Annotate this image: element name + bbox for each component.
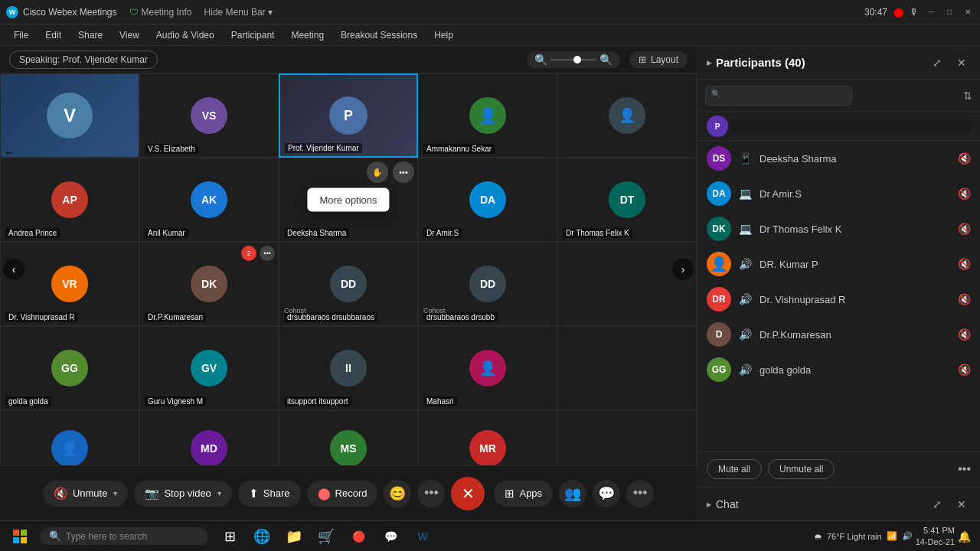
close-button[interactable]: ✕ [962,6,974,18]
close-panel-button[interactable]: ✕ [952,54,971,72]
device-icon-dramir: 💻 [739,187,752,200]
more-bottom-btn[interactable]: ••• [626,480,654,507]
list-item-drkumaresan[interactable]: D 🔊 Dr.P.Kumaresan 🔇 [697,317,980,352]
webex-logo-icon: W [6,6,18,18]
word-button[interactable]: W [407,523,438,550]
cell-action-buttons: ✋ ••• [367,161,414,183]
apps-label: Apps [519,487,542,499]
meeting-info-button[interactable]: 🛡 Meeting Info [129,7,192,18]
more-options-button[interactable]: ••• [393,161,414,183]
list-avatar-golda: GG [707,357,731,382]
apps-button[interactable]: ⊞ Apps [494,481,553,507]
nav-prev-button[interactable]: ‹ [3,259,24,280]
participant-count: (40) [785,56,805,69]
unmute-button[interactable]: 🔇 Unmute ▾ [43,481,129,507]
unmute-all-button[interactable]: Unmute all [768,459,835,479]
list-avatar-dramir: DA [707,181,731,206]
reactions-button[interactable]: 😊 [384,480,411,507]
titlebar-right: 30:47 ⬤ 🎙 ─ □ ✕ [864,6,974,18]
layout-button[interactable]: ⊞ Layout [629,51,688,68]
end-call-button[interactable]: ✕ [451,477,485,510]
list-item-drthomas[interactable]: DK 💻 Dr Thomas Felix K 🔇 [697,211,980,246]
taskbar-right: 🌧 76°F Light rain 📶 🔊 5:41 PM 14-Dec-21 … [814,525,974,547]
menu-participant[interactable]: Participant [224,27,283,44]
menu-help[interactable]: Help [426,27,461,44]
list-item-dramir[interactable]: DA 💻 Dr Amir.S 🔇 [697,176,980,211]
chat-btn[interactable]: 💬 [593,480,620,507]
zoom-slider[interactable] [550,59,596,60]
list-name-drthomas: Dr Thomas Felix K [760,223,950,235]
zoom-control[interactable]: 🔍 🔍 [527,51,620,68]
store-button[interactable]: 🛒 [311,523,341,550]
task-view-button[interactable]: ⊞ [214,523,245,550]
raise-hand-button[interactable]: ✋ [367,161,388,183]
weather-icon: 🌧 [814,532,822,541]
speaking-label: Speaking: Prof. Vijender Kumar [9,51,158,69]
teams-button[interactable]: 💬 [375,523,406,550]
expand-panel-button[interactable]: ⤢ [928,54,946,72]
video-cell-guru: GV Guru Vignesh M [139,326,279,410]
video-grid-container: ‹ › V VS V.S. Elizabeth [0,73,697,465]
nav-next-button[interactable]: › [672,259,694,280]
share-button[interactable]: ⬆ Share [238,481,301,507]
cell-name-ammakannu: Ammakannu Sekar [423,144,495,154]
notification-icon[interactable]: 🔔 [958,530,971,543]
menubar: File Edit Share View Audio & Video Parti… [0,24,980,46]
taskbar-search[interactable]: 🔍 Type here to search [40,527,208,545]
participant-search-input[interactable] [705,86,852,106]
mute-icon-golda: 🔇 [958,364,971,376]
more-options-btn[interactable]: ••• [417,480,445,507]
avatar-ammakannu: 👤 [469,97,506,134]
edge-button[interactable]: 🌐 [247,523,277,550]
chat-title: ▸ Chat [707,498,739,510]
start-button[interactable] [6,524,34,549]
video-cell-manoj: 👤 Manoj Arvind [0,410,139,465]
close-chat-button[interactable]: ✕ [952,495,971,514]
device-icon-drvishnuprasad: 🔊 [739,293,752,305]
zoom-in-icon[interactable]: 🔍 [599,54,612,66]
more-options-popup: More options [307,188,389,212]
chat-section[interactable]: ▸ Chat ⤢ ✕ [697,487,980,520]
menu-meeting[interactable]: Meeting [283,27,332,44]
sort-button[interactable]: ⇅ [963,90,972,102]
avatar-guru: GV [191,350,227,386]
toolbar-right: 🔍 🔍 ⊞ Layout [527,51,688,68]
chevron-down-icon: ▾ [268,7,273,18]
menu-breakout[interactable]: Breakout Sessions [333,27,425,44]
mute-icon-drkumar: 🔇 [958,258,971,270]
stop-video-button[interactable]: 📷 Stop video ▾ [134,481,231,507]
share-label: Share [263,487,290,499]
record-button[interactable]: ⬤ Record [307,481,378,507]
menu-file[interactable]: File [6,27,36,44]
avatar-kumaresan: DK [191,266,227,302]
participants-list-btn[interactable]: 👥 [559,480,586,507]
list-avatar-drthomas: DK [707,217,731,241]
list-item-golda[interactable]: GG 🔊 golda golda 🔇 [697,352,980,387]
minimize-button[interactable]: ─ [925,6,937,18]
video-cell-empty5 [557,410,697,465]
chevron-right-icon: ▸ [707,57,711,68]
avatar-itsupport: II [330,350,367,386]
participants-panel: ▸ Participants (40) ⤢ ✕ ⇅ P DS 📱 [697,46,980,520]
video-row-3: VR Dr. Vishnuprasad R 2 ••• DK Dr.P.Kuma… [0,242,697,326]
zoom-out-icon[interactable]: 🔍 [534,54,547,66]
list-item-deeksha[interactable]: DS 📱 Deeksha Sharma 🔇 [697,141,980,176]
list-item-drkumar[interactable]: 👤 🔊 DR. Kumar P 🔇 [697,246,980,282]
list-name-drkumar: DR. Kumar P [760,259,950,270]
menu-share[interactable]: Share [70,27,110,44]
expand-chat-button[interactable]: ⤢ [928,495,946,514]
list-item-drvishnuprasad[interactable]: DR 🔊 Dr. Vishnuprasad R 🔇 [697,282,980,317]
menu-edit[interactable]: Edit [38,27,69,44]
mute-all-button[interactable]: Mute all [707,459,762,479]
cell-name-deeksha: Deeksha Sharma [284,228,349,238]
video-cell-drsubbaraos2: DD drsubbaraos drsubb Cohost [418,242,557,326]
hide-menu-button[interactable]: Hide Menu Bar ▾ [204,7,273,18]
panel-more-button[interactable]: ••• [958,462,971,476]
menu-audio-video[interactable]: Audio & Video [149,27,222,44]
menu-view[interactable]: View [112,27,147,44]
explorer-button[interactable]: 📁 [279,523,309,550]
kumaresan-more[interactable]: ••• [260,246,275,261]
chrome-button[interactable]: 🔴 [343,523,374,550]
app-name: Cisco Webex Meetings [23,7,117,18]
maximize-button[interactable]: □ [943,6,956,18]
